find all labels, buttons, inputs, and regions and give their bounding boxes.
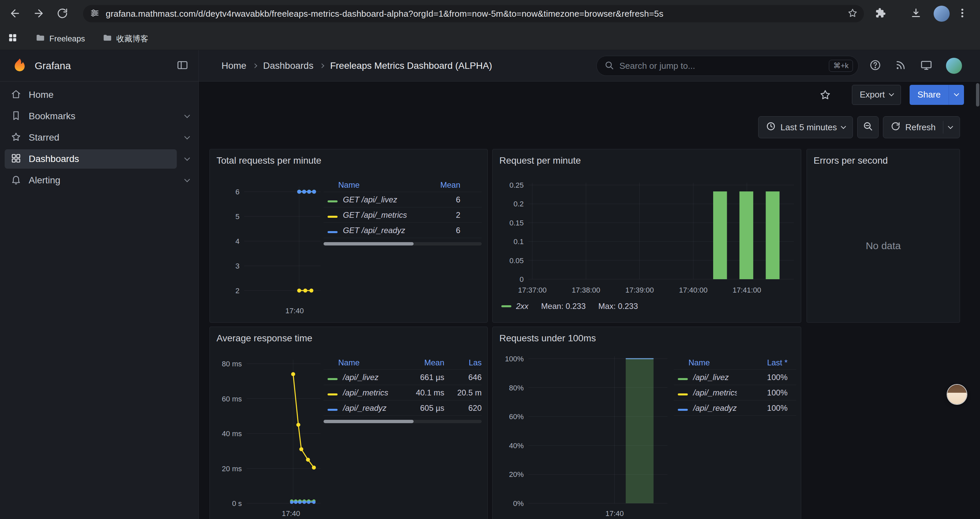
series-last: 646 — [444, 373, 482, 382]
main-area: Home Dashboards Freeleaps Metrics Dashbo… — [199, 50, 980, 519]
sidebar-header: Grafana — [0, 50, 199, 81]
share-dropdown-button[interactable] — [949, 85, 964, 105]
breadcrumb-dashboards[interactable]: Dashboards — [263, 61, 313, 71]
bookmark-item-freeleaps[interactable]: Freeleaps — [35, 33, 85, 45]
downloads-button[interactable] — [910, 0, 922, 27]
scrollbar-thumb[interactable] — [976, 83, 979, 107]
favorite-star-button[interactable] — [819, 89, 831, 101]
chevron-down-icon[interactable] — [185, 134, 190, 140]
apps-grid-icon[interactable] — [7, 32, 18, 45]
news-rss-icon[interactable] — [895, 59, 907, 72]
screen: grafana.mathmast.com/d/deytv4rwavabkb/fr… — [0, 0, 980, 519]
bookmark-star-icon[interactable] — [847, 8, 858, 20]
grafana-app: Grafana Home Bookmarks — [0, 50, 980, 519]
url-bar[interactable]: grafana.mathmast.com/d/deytv4rwavabkb/fr… — [83, 5, 864, 22]
legend-row[interactable]: GET /api/_livez 6 — [323, 192, 482, 208]
forward-button[interactable] — [31, 6, 46, 21]
svg-text:0.25: 0.25 — [509, 181, 524, 189]
chevron-down-icon[interactable] — [185, 113, 190, 118]
svg-text:0 s: 0 s — [232, 499, 242, 508]
scrollbar-thumb[interactable] — [323, 420, 414, 423]
back-button[interactable] — [7, 6, 23, 21]
legend-row[interactable]: /api/_metrics 100% — [674, 385, 796, 401]
star-icon — [11, 132, 21, 144]
refresh-button[interactable]: Refresh — [883, 116, 960, 138]
divider — [943, 121, 943, 134]
legend: 2xx Mean: 0.233 Max: 0.233 — [501, 302, 638, 311]
url-text: grafana.mathmast.com/d/deytv4rwavabkb/fr… — [106, 9, 847, 19]
help-icon[interactable] — [869, 59, 881, 72]
chevron-down-icon[interactable] — [185, 155, 190, 161]
series-color-dash — [328, 231, 337, 233]
share-button-group: Share — [910, 85, 964, 105]
site-info-icon[interactable] — [90, 8, 100, 19]
legend-row[interactable]: /api/_livez 661 µs 646 — [323, 370, 482, 385]
legend-row[interactable]: GET /api/_metrics 2 — [323, 208, 482, 223]
series-name: /api/_readyz — [338, 404, 402, 413]
svg-text:20 ms: 20 ms — [222, 465, 242, 473]
brand-name[interactable]: Grafana — [35, 60, 71, 72]
series-color-dash — [678, 393, 688, 395]
svg-text:0: 0 — [520, 275, 524, 284]
legend-scrollbar[interactable] — [323, 242, 482, 246]
browser-menu-button[interactable] — [957, 0, 968, 27]
profile-avatar — [934, 6, 950, 22]
legend-row[interactable]: /api/_livez 100% — [674, 370, 796, 385]
grafana-logo-icon[interactable] — [12, 57, 27, 74]
legend-header-name[interactable]: Name — [338, 358, 402, 367]
breadcrumb-current: Freeleaps Metrics Dashboard (ALPHA) — [330, 61, 492, 71]
share-button[interactable]: Share — [910, 85, 949, 105]
panel-errors-per-second: Errors per second No data — [807, 149, 960, 323]
chevron-down-icon — [954, 91, 959, 96]
breadcrumb-separator-icon — [320, 63, 324, 68]
legend-header-mean[interactable]: Mean — [424, 180, 460, 190]
legend-header-mean[interactable]: Mean — [402, 358, 444, 367]
legend-scrollbar[interactable] — [323, 420, 482, 423]
legend-header-name[interactable]: Name — [689, 358, 737, 367]
legend-header-last[interactable]: Last * — [737, 358, 788, 367]
bookmark-item-blog[interactable]: 收藏博客 — [102, 33, 148, 45]
sidebar-item-home: Home — [0, 84, 199, 105]
legend-item-2xx[interactable]: 2xx — [501, 302, 528, 311]
bookmark-icon — [11, 110, 21, 122]
panel-request-per-minute: Request per minute 0.250.20.150.10.05017… — [492, 149, 801, 323]
user-avatar[interactable] — [946, 58, 962, 74]
browser-profile-button[interactable] — [934, 0, 950, 27]
bookmarks-bar: Freeleaps 收藏博客 — [0, 27, 980, 50]
no-data-message: No data — [807, 240, 960, 251]
legend-header-last[interactable]: Las — [444, 358, 482, 367]
reload-button[interactable] — [55, 6, 70, 21]
export-button[interactable]: Export — [852, 85, 900, 105]
bell-icon — [11, 174, 21, 186]
search-shortcut-kbd: ⌘+k — [829, 60, 853, 72]
display-icon[interactable] — [920, 59, 932, 73]
legend-row[interactable]: GET /api/_readyz 6 — [323, 223, 482, 238]
legend-header-name[interactable]: Name — [338, 180, 424, 190]
chevron-down-icon[interactable] — [185, 177, 190, 182]
series-color-dash — [328, 216, 337, 218]
series-color-dash — [328, 378, 337, 380]
sidebar-item-alerting: Alerting — [0, 170, 199, 191]
refresh-interval-dropdown-icon[interactable] — [948, 124, 953, 129]
series-last: 100% — [737, 388, 788, 398]
zoom-out-button[interactable] — [857, 116, 878, 138]
search-input[interactable]: Search or jump to... ⌘+k — [597, 56, 859, 76]
scrollbar-thumb[interactable] — [323, 242, 414, 246]
sidebar-toggle-button[interactable] — [177, 59, 188, 72]
breadcrumb-home[interactable]: Home — [221, 61, 247, 71]
svg-text:80 ms: 80 ms — [222, 360, 242, 368]
series-mean: 40.1 ms — [402, 388, 444, 398]
panel-title[interactable]: Errors per second — [813, 155, 888, 166]
legend-row[interactable]: /api/_metrics 40.1 ms 20.5 m — [323, 385, 482, 401]
sidebar-nav: Home Bookmarks Starred — [0, 81, 199, 191]
time-range-picker[interactable]: Last 5 minutes — [758, 116, 853, 138]
series-name: GET /api/_metrics — [338, 211, 424, 220]
legend-row[interactable]: /api/_readyz 605 µs 620 — [323, 401, 482, 416]
sidebar-item-dashboards: Dashboards — [0, 148, 199, 170]
assistant-avatar-button[interactable] — [947, 385, 967, 404]
extensions-button[interactable] — [875, 0, 886, 27]
legend-row[interactable]: /api/_readyz 100% — [674, 401, 796, 416]
home-icon — [11, 89, 21, 101]
dashboards-grid-icon — [11, 153, 21, 165]
breadcrumb: Home Dashboards Freeleaps Metrics Dashbo… — [221, 61, 492, 71]
